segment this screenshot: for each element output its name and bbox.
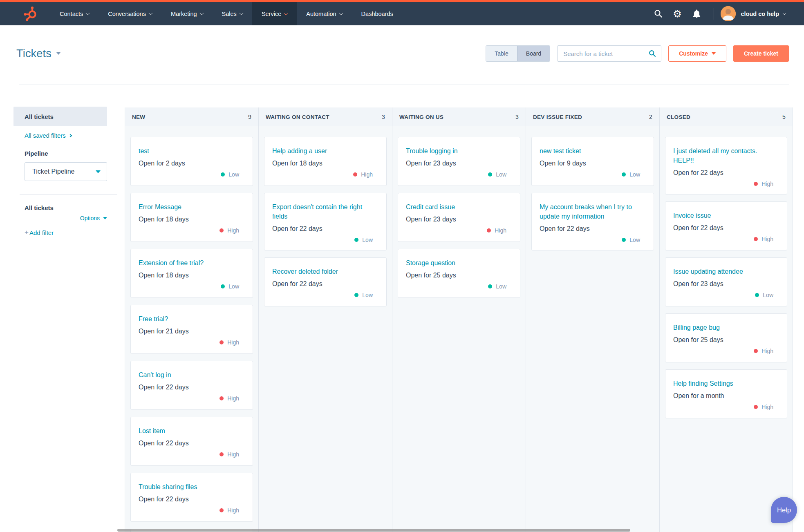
horizontal-scrollbar[interactable] <box>117 529 630 532</box>
page-title-dropdown[interactable]: Tickets <box>16 47 60 60</box>
nav-item-contacts[interactable]: Contacts <box>50 2 99 25</box>
ticket-open-duration: Open for 18 days <box>139 215 245 224</box>
priority-label: High <box>761 181 773 187</box>
ticket-title-link[interactable]: I just deleted all my contacts. HELP!! <box>673 146 779 165</box>
ticket-card[interactable]: Trouble sharing filesOpen for 22 daysHig… <box>130 473 253 522</box>
ticket-card[interactable]: Invoice issueOpen for 22 daysHigh <box>665 201 787 250</box>
ticket-card[interactable]: Credit card issueOpen for 23 daysHigh <box>398 193 520 242</box>
ticket-title-link[interactable]: Export doesn't contain the right fields <box>272 202 378 221</box>
sidebar-divider <box>20 194 117 195</box>
priority-dot-icon <box>219 396 224 400</box>
notifications-button[interactable] <box>687 2 706 25</box>
column-closed: CLOSED5I just deleted all my contacts. H… <box>659 107 793 532</box>
ticket-card[interactable]: Lost itemOpen for 22 daysHigh <box>130 417 253 466</box>
ticket-card[interactable]: new test ticketOpen for 9 daysLow <box>531 137 654 186</box>
sidebar-item-all-tickets[interactable]: All tickets <box>13 107 107 126</box>
ticket-card[interactable]: Issue updating attendeeOpen for 23 daysL… <box>665 257 787 306</box>
help-button[interactable]: Help <box>771 497 797 523</box>
column-name: WAITING ON CONTACT <box>266 114 329 120</box>
create-ticket-button[interactable]: Create ticket <box>733 45 789 62</box>
gear-icon: ⚙ <box>673 9 682 19</box>
options-menu[interactable]: Options <box>25 215 107 221</box>
ticket-card[interactable]: Recover deleted folderOpen for 22 daysLo… <box>264 257 387 306</box>
ticket-title-link[interactable]: Help finding Settings <box>673 379 779 388</box>
add-filter-button[interactable]: + Add filter <box>25 228 107 237</box>
ticket-priority: High <box>673 179 779 189</box>
nav-item-service[interactable]: Service <box>252 2 297 25</box>
ticket-title-link[interactable]: Recover deleted folder <box>272 267 378 276</box>
priority-label: Low <box>763 292 773 298</box>
ticket-title-link[interactable]: Trouble logging in <box>406 146 512 156</box>
settings-button[interactable]: ⚙ <box>668 2 687 25</box>
ticket-card[interactable]: testOpen for 2 daysLow <box>130 137 253 186</box>
hubspot-logo[interactable] <box>0 2 50 25</box>
nav-item-automation[interactable]: Automation <box>297 2 352 25</box>
nav-item-conversations[interactable]: Conversations <box>99 2 161 25</box>
ticket-title-link[interactable]: test <box>139 146 245 156</box>
ticket-priority: Low <box>406 170 512 179</box>
ticket-title-link[interactable]: Storage question <box>406 258 512 268</box>
ticket-open-duration: Open for 25 days <box>406 270 512 280</box>
ticket-title-link[interactable]: Error Message <box>139 202 245 212</box>
ticket-card[interactable]: Extension of free trial?Open for 18 days… <box>130 249 253 298</box>
ticket-search-input[interactable] <box>563 50 649 57</box>
nav-item-dashboards[interactable]: Dashboards <box>352 2 403 25</box>
ticket-title-link[interactable]: Free trial? <box>139 314 245 324</box>
nav-item-label: Service <box>262 11 281 17</box>
avatar[interactable] <box>721 6 736 21</box>
ticket-title-link[interactable]: Extension of free trial? <box>139 258 245 268</box>
ticket-title-link[interactable]: Lost item <box>139 426 245 436</box>
priority-label: High <box>227 339 239 346</box>
ticket-card[interactable]: Can't log inOpen for 22 daysHigh <box>130 361 253 410</box>
ticket-card[interactable]: Storage questionOpen for 25 daysLow <box>398 249 520 298</box>
ticket-title-link[interactable]: Credit card issue <box>406 202 512 212</box>
account-name: cloud co help <box>741 11 779 17</box>
priority-label: Low <box>362 237 373 243</box>
ticket-open-duration: Open for 22 days <box>673 168 779 177</box>
priority-dot-icon <box>488 172 492 177</box>
ticket-title-link[interactable]: Help adding a user <box>272 146 378 156</box>
account-menu[interactable]: cloud co help <box>741 11 786 17</box>
nav-item-sales[interactable]: Sales <box>213 2 252 25</box>
search-icon[interactable] <box>649 50 656 57</box>
ticket-card[interactable]: Billing page bugOpen for 25 daysHigh <box>665 313 787 362</box>
ticket-card[interactable]: Error MessageOpen for 18 daysHigh <box>130 193 253 242</box>
ticket-card[interactable]: Export doesn't contain the right fieldsO… <box>264 193 387 250</box>
nav-menu: ContactsConversationsMarketingSalesServi… <box>50 2 403 25</box>
column-count: 5 <box>782 114 786 120</box>
priority-label: High <box>761 348 773 354</box>
chevron-down-icon <box>712 52 716 55</box>
all-saved-filters-link[interactable]: All saved filters <box>25 132 107 139</box>
ticket-card[interactable]: Help adding a userOpen for 18 daysHigh <box>264 137 387 186</box>
ticket-card[interactable]: Trouble logging inOpen for 23 daysLow <box>398 137 520 186</box>
nav-divider <box>714 8 714 20</box>
global-search-button[interactable] <box>649 2 668 25</box>
ticket-title-link[interactable]: Billing page bug <box>673 323 779 332</box>
ticket-priority: Low <box>540 235 646 245</box>
ticket-priority: High <box>139 393 245 403</box>
ticket-title-link[interactable]: Trouble sharing files <box>139 482 245 492</box>
chevron-down-icon <box>56 52 60 55</box>
ticket-card[interactable]: I just deleted all my contacts. HELP!!Op… <box>665 137 787 194</box>
nav-item-marketing[interactable]: Marketing <box>161 2 213 25</box>
table-view-button[interactable]: Table <box>486 46 517 61</box>
add-filter-label: Add filter <box>29 229 54 236</box>
pipeline-select[interactable]: Ticket Pipeline <box>25 162 107 181</box>
ticket-card[interactable]: Help finding SettingsOpen for a monthHig… <box>665 369 787 418</box>
ticket-title-link[interactable]: Invoice issue <box>673 211 779 220</box>
ticket-title-link[interactable]: new test ticket <box>540 146 646 156</box>
priority-dot-icon <box>221 172 225 177</box>
ticket-card[interactable]: Free trial?Open for 21 daysHigh <box>130 305 253 354</box>
board-view-button[interactable]: Board <box>517 46 550 61</box>
ticket-open-duration: Open for 23 days <box>406 159 512 168</box>
column-name: NEW <box>132 114 145 120</box>
column-count: 3 <box>515 114 519 120</box>
ticket-title-link[interactable]: Can't log in <box>139 370 245 380</box>
customize-button[interactable]: Customize <box>668 45 726 62</box>
page-title: Tickets <box>16 47 52 60</box>
ticket-card[interactable]: My account breaks when I try to update m… <box>531 193 654 250</box>
column-count: 9 <box>248 114 251 120</box>
ticket-title-link[interactable]: Issue updating attendee <box>673 267 779 276</box>
user-photo-icon <box>721 6 736 21</box>
ticket-title-link[interactable]: My account breaks when I try to update m… <box>540 202 646 221</box>
